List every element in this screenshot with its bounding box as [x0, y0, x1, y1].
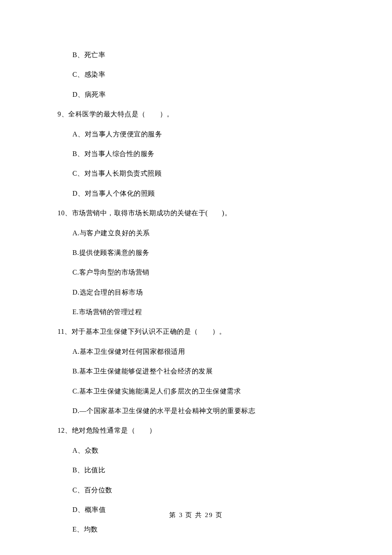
- question-9: 9、全科医学的最大特点是（ ）。: [58, 110, 341, 119]
- option-item: C.基本卫生保健实施能满足人们多层次的卫生保健需求: [58, 387, 341, 396]
- option-item: A、对当事人方便便宜的服务: [58, 130, 341, 139]
- option-item: B、死亡率: [58, 50, 341, 60]
- question-10: 10、市场营销中，取得市场长期成功的关键在于( )。: [58, 208, 341, 218]
- option-item: C.客户导向型的市场营销: [58, 268, 341, 277]
- option-item: B、对当事人综合性的服务: [58, 149, 341, 159]
- option-item: B、比值比: [58, 465, 341, 475]
- page-footer: 第 3 页 共 29 页: [0, 511, 392, 519]
- question-12: 12、绝对危险性通常是（ ）: [58, 426, 341, 435]
- option-item: D、对当事人个体化的照顾: [58, 189, 341, 198]
- option-item: C、感染率: [58, 70, 341, 79]
- document-content: B、死亡率 C、感染率 D、病死率 9、全科医学的最大特点是（ ）。 A、对当事…: [0, 0, 392, 535]
- option-item: B.提供使顾客满意的服务: [58, 248, 341, 257]
- option-item: C、百分位数: [58, 486, 341, 495]
- option-item: A.与客户建立良好的关系: [58, 228, 341, 238]
- option-item: D、病死率: [58, 90, 341, 99]
- option-item: C、对当事人长期负责式照顾: [58, 169, 341, 178]
- option-item: A.基本卫生保健对任何国家都很适用: [58, 347, 341, 356]
- option-item: D.—个国家基本卫生保健的水平是社会精神文明的重要标志: [58, 406, 341, 416]
- option-item: B.基本卫生保健能够促进整个社会经济的发展: [58, 367, 341, 376]
- option-item: E、均数: [58, 525, 341, 534]
- question-11: 11、对于基本卫生保健下列认识不正确的是（ ）。: [58, 327, 341, 336]
- option-item: A、众数: [58, 446, 341, 455]
- option-item: D.选定合理的目标市场: [58, 288, 341, 297]
- option-item: E.市场营销的管理过程: [58, 307, 341, 317]
